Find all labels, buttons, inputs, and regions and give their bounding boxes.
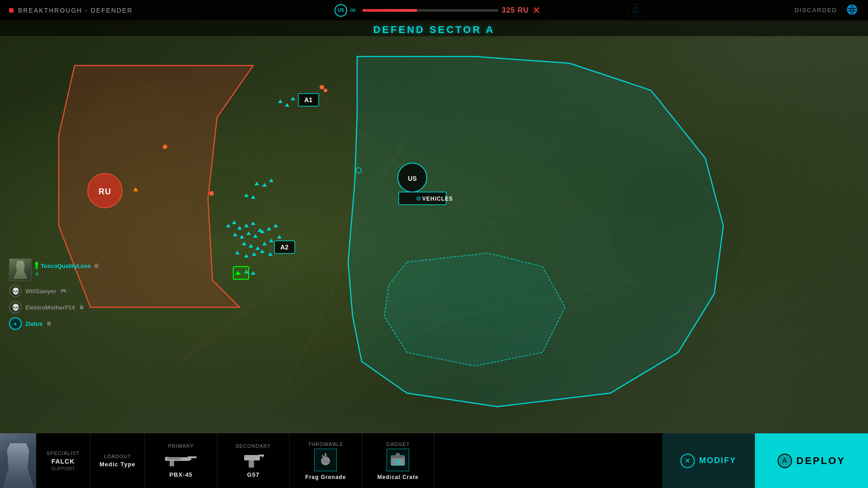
svg-rect-67	[188, 456, 197, 458]
center-hud: US ∞ 325 RU ✕	[328, 0, 540, 20]
game-mode-section: BREAKTHROUGH - DEFENDER	[9, 7, 133, 14]
svg-marker-36	[267, 227, 271, 230]
faction-us-icon: US	[335, 4, 347, 17]
specialist-role: SUPPORT	[51, 466, 75, 471]
throwable-label: Throwable	[308, 441, 343, 447]
svg-text:A1: A1	[304, 96, 312, 103]
modify-button[interactable]: ✕ MODIFY	[662, 433, 755, 488]
player-name-4: Zlatus	[25, 320, 42, 327]
modify-icon: ✕	[680, 454, 695, 468]
team-list: TescoQualityLove 🖥 A 💀 WillSawyer 🎮 💀 El…	[9, 258, 99, 330]
resource-bar-fill	[363, 9, 417, 12]
svg-marker-44	[235, 251, 240, 254]
world-icon: 🌐	[846, 4, 859, 17]
red-indicator	[9, 8, 14, 13]
primary-weapon-icon	[163, 450, 199, 469]
secondary-weapon-name: G57	[247, 471, 260, 478]
us-faction-block: US ∞	[328, 4, 363, 17]
specialist-label: Specialist	[47, 450, 80, 456]
svg-marker-38	[242, 242, 246, 245]
svg-rect-83	[322, 462, 329, 463]
secondary-label: Secondary	[236, 443, 271, 449]
svg-marker-47	[260, 249, 264, 253]
us-zone	[348, 56, 723, 407]
deploy-label: DEPLOY	[797, 455, 845, 467]
top-hud: BREAKTHROUGH - DEFENDER US ∞ 325 RU ✕ DI…	[0, 0, 868, 20]
infinity-symbol: ∞	[350, 5, 356, 15]
alive-icon: ●	[9, 317, 22, 330]
svg-marker-42	[269, 239, 274, 242]
primary-label: Primary	[168, 443, 194, 449]
secondary-weapon-icon	[235, 450, 271, 469]
modify-label: MODIFY	[699, 456, 736, 465]
specialist-section: Specialist FALCK SUPPORT	[36, 433, 90, 488]
player-squad: A	[35, 271, 38, 277]
gadget-icon	[387, 449, 409, 471]
svg-marker-12	[384, 253, 565, 366]
loadout-type: Medic Type	[99, 461, 136, 468]
player-name-main: TescoQualityLove	[41, 263, 91, 269]
svg-rect-73	[259, 455, 264, 456]
player-name-3: ElektroMotherF14	[25, 304, 75, 311]
x-icon: ✕	[533, 5, 540, 16]
svg-text:US: US	[408, 175, 416, 182]
svg-marker-43	[277, 235, 282, 239]
svg-point-57	[209, 191, 214, 196]
bottom-bar: Specialist FALCK SUPPORT Loadout Medic T…	[0, 433, 868, 488]
platform-icon-3: 🖥	[79, 304, 84, 310]
throwable-section: Throwable Frag Grenade	[290, 433, 362, 488]
map-svg: RU A1 A2 US ⚙ VEHICLES	[0, 0, 868, 488]
svg-point-8	[276, 276, 357, 357]
sector-banner: DEFEND SECTOR A	[364, 20, 504, 39]
svg-marker-39	[249, 244, 253, 248]
svg-text:⚙: ⚙	[416, 195, 421, 202]
throwable-name: Frag Grenade	[305, 474, 346, 480]
svg-rect-79	[325, 453, 326, 455]
svg-marker-34	[253, 234, 258, 238]
loadout-label: Loadout	[104, 454, 131, 459]
svg-rect-74	[249, 460, 254, 468]
svg-rect-70	[190, 456, 191, 460]
svg-marker-41	[262, 242, 267, 245]
svg-rect-82	[322, 460, 329, 461]
player-row-2: 💀 WillSawyer 🎮	[9, 285, 99, 297]
svg-rect-76	[262, 455, 263, 458]
svg-rect-68	[170, 461, 174, 466]
discarded-label: DISCARDED	[794, 7, 837, 14]
svg-marker-51	[269, 178, 274, 182]
svg-point-58	[320, 85, 324, 89]
svg-marker-46	[252, 252, 256, 256]
svg-text:RU: RU	[99, 187, 111, 196]
svg-rect-75	[244, 455, 247, 457]
avatar-image	[0, 433, 36, 488]
gadget-name: Medical Crate	[377, 474, 419, 480]
action-buttons: ✕ MODIFY A DEPLOY	[662, 433, 868, 488]
deploy-button[interactable]: A DEPLOY	[755, 433, 868, 488]
player-row-main: TescoQualityLove 🖥 A	[9, 258, 99, 281]
svg-marker-37	[274, 224, 278, 227]
player-row-3: 💀 ElektroMotherF14 🖥	[9, 301, 99, 314]
primary-section: Primary PBX-45	[145, 433, 217, 488]
specialist-name: FALCK	[52, 458, 75, 465]
svg-text:VEHICLES: VEHICLES	[422, 196, 453, 202]
skull-icon-1: 💀	[9, 285, 22, 297]
resource-bar	[363, 9, 498, 12]
svg-point-56	[163, 145, 167, 149]
throwable-icon	[314, 449, 337, 471]
gadget-section: Gadget Medical Crate	[362, 433, 434, 488]
svg-rect-60	[233, 267, 249, 279]
resource-bar-container: 325 RU ✕	[363, 5, 540, 16]
primary-weapon-name: PBX-45	[170, 471, 193, 478]
svg-marker-24	[278, 99, 283, 103]
player-row-4: ● Zlatus 🖥	[9, 317, 99, 330]
loadout-section: Loadout Medic Type	[90, 433, 145, 488]
deploy-icon: A	[778, 454, 792, 468]
svg-point-59	[324, 89, 327, 92]
svg-text:A2: A2	[280, 244, 288, 251]
svg-marker-48	[268, 252, 273, 256]
platform-icon-2: 🎮	[60, 288, 67, 294]
svg-rect-71	[167, 458, 181, 460]
ru-count: 325 RU	[502, 6, 529, 14]
player-avatar-main	[9, 258, 32, 281]
player-avatar-section	[0, 433, 36, 488]
